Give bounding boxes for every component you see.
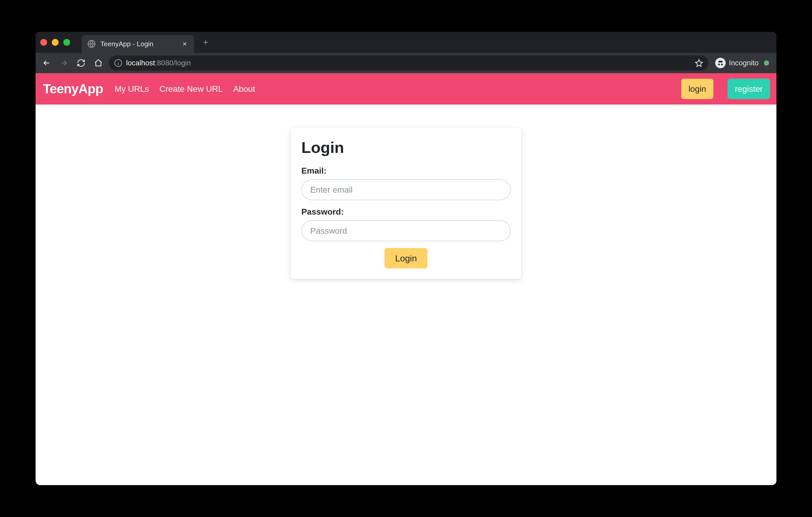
site-info-icon[interactable] [114, 59, 122, 67]
incognito-indicator[interactable]: Incognito [712, 58, 772, 68]
incognito-label: Incognito [729, 59, 759, 67]
back-button[interactable] [40, 56, 53, 70]
url-path: /login [173, 59, 191, 67]
url-host: localhost [126, 59, 155, 67]
tab-title: TeenyApp - Login [100, 40, 176, 48]
email-group: Email: [301, 166, 511, 200]
new-tab-button[interactable] [200, 37, 211, 48]
password-group: Password: [301, 207, 511, 241]
nav-link-my-urls[interactable]: My URLs [115, 84, 149, 94]
url-text: localhost:8080/login [126, 59, 691, 67]
email-label: Email: [301, 166, 511, 176]
nav-link-about[interactable]: About [233, 84, 255, 94]
nav-login-button[interactable]: login [681, 79, 714, 99]
incognito-icon [715, 58, 726, 68]
bookmark-star-icon[interactable] [695, 59, 703, 67]
brand-logo[interactable]: TeenyApp [42, 81, 104, 96]
forward-button[interactable] [57, 56, 70, 70]
home-button[interactable] [92, 56, 105, 70]
form-actions: Login [301, 248, 511, 268]
app-navbar: TeenyApp My URLs Create New URL About lo… [36, 73, 776, 104]
login-heading: Login [301, 139, 511, 157]
address-bar[interactable]: localhost:8080/login [109, 55, 708, 70]
login-submit-button[interactable]: Login [384, 248, 427, 268]
email-input[interactable] [301, 179, 511, 200]
window-controls [40, 39, 70, 46]
browser-tab[interactable]: TeenyApp - Login [82, 35, 194, 53]
main-area: Login Email: Password: Login [36, 104, 776, 485]
url-port: :8080 [155, 59, 173, 67]
window-close-button[interactable] [40, 39, 47, 46]
browser-toolbar: localhost:8080/login Incognito [36, 53, 776, 73]
tab-close-button[interactable] [181, 40, 188, 48]
password-input[interactable] [301, 220, 511, 241]
nav-register-button[interactable]: register [727, 79, 770, 99]
globe-icon [87, 40, 96, 48]
browser-window: TeenyApp - Login localhost:8080/lo [36, 32, 776, 485]
reload-button[interactable] [74, 56, 88, 70]
titlebar: TeenyApp - Login [36, 32, 776, 53]
profile-indicator-icon[interactable] [764, 60, 769, 66]
window-minimize-button[interactable] [52, 39, 59, 46]
page-content: TeenyApp My URLs Create New URL About lo… [36, 73, 776, 485]
login-card: Login Email: Password: Login [291, 128, 521, 279]
nav-link-create-new-url[interactable]: Create New URL [160, 84, 223, 94]
nav-links: My URLs Create New URL About [115, 84, 255, 94]
window-maximize-button[interactable] [63, 39, 70, 46]
password-label: Password: [301, 207, 511, 217]
